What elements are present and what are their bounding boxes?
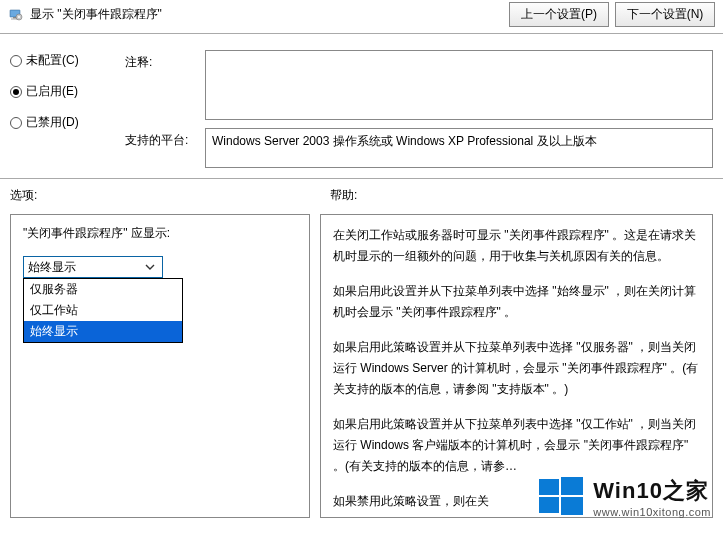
options-label: 选项: [10,187,330,204]
options-panel: "关闭事件跟踪程序" 应显示: 始终显示 仅服务器 仅工作站 始终显示 [10,214,310,518]
prev-setting-button[interactable]: 上一个设置(P) [509,2,609,27]
help-panel: 在关闭工作站或服务器时可显示 "关闭事件跟踪程序" 。这是在请求关机时显示的一组… [320,214,713,518]
policy-title: 显示 "关闭事件跟踪程序" [30,6,162,23]
chevron-down-icon [142,262,158,272]
help-text: 如果禁用此策略设置，则在关 [333,491,700,512]
help-text: 在关闭工作站或服务器时可显示 "关闭事件跟踪程序" 。这是在请求关机时显示的一组… [333,225,700,267]
platform-label: 支持的平台: [125,128,195,168]
policy-icon [8,7,24,23]
platform-row: 支持的平台: Windows Server 2003 操作系统或 Windows… [125,128,713,168]
comment-textarea[interactable] [205,50,713,120]
config-area: 未配置(C) 已启用(E) 已禁用(D) 注释: 支持的平台: Windows … [0,34,723,179]
radio-label: 已启用(E) [26,83,78,100]
svg-point-4 [18,16,20,18]
lower-panels: "关闭事件跟踪程序" 应显示: 始终显示 仅服务器 仅工作站 始终显示 在关闭工… [0,208,723,528]
radio-label: 未配置(C) [26,52,79,69]
help-text: 如果启用此设置并从下拉菜单列表中选择 "始终显示" ，则在关闭计算机时会显示 "… [333,281,700,323]
display-mode-dropdown: 仅服务器 仅工作站 始终显示 [23,278,183,343]
state-radio-group: 未配置(C) 已启用(E) 已禁用(D) [10,42,125,178]
radio-disabled[interactable]: 已禁用(D) [10,114,125,131]
radio-icon [10,117,22,129]
help-label: 帮助: [330,187,357,204]
dropdown-item-workstations[interactable]: 仅工作站 [24,300,182,321]
radio-label: 已禁用(D) [26,114,79,131]
comment-row: 注释: [125,50,713,120]
radio-icon [10,86,22,98]
radio-enabled[interactable]: 已启用(E) [10,83,125,100]
comment-label: 注释: [125,50,195,120]
combo-value: 始终显示 [28,259,76,276]
section-labels: 选项: 帮助: [0,179,723,208]
platform-value: Windows Server 2003 操作系统或 Windows XP Pro… [205,128,713,168]
radio-icon [10,55,22,67]
dropdown-item-servers[interactable]: 仅服务器 [24,279,182,300]
config-fields: 注释: 支持的平台: Windows Server 2003 操作系统或 Win… [125,42,713,178]
title-area: 显示 "关闭事件跟踪程序" [8,6,162,23]
nav-buttons: 上一个设置(P) 下一个设置(N) [509,2,715,27]
next-setting-button[interactable]: 下一个设置(N) [615,2,715,27]
header: 显示 "关闭事件跟踪程序" 上一个设置(P) 下一个设置(N) [0,0,723,34]
help-text: 如果启用此策略设置并从下拉菜单列表中选择 "仅工作站" ，则当关闭运行 Wind… [333,414,700,477]
display-mode-combo[interactable]: 始终显示 [23,256,163,278]
options-prompt: "关闭事件跟踪程序" 应显示: [23,225,297,242]
dropdown-item-always[interactable]: 始终显示 [24,321,182,342]
radio-not-configured[interactable]: 未配置(C) [10,52,125,69]
help-text: 如果启用此策略设置并从下拉菜单列表中选择 "仅服务器" ，则当关闭运行 Wind… [333,337,700,400]
display-mode-combo-wrap: 始终显示 仅服务器 仅工作站 始终显示 [23,256,163,278]
